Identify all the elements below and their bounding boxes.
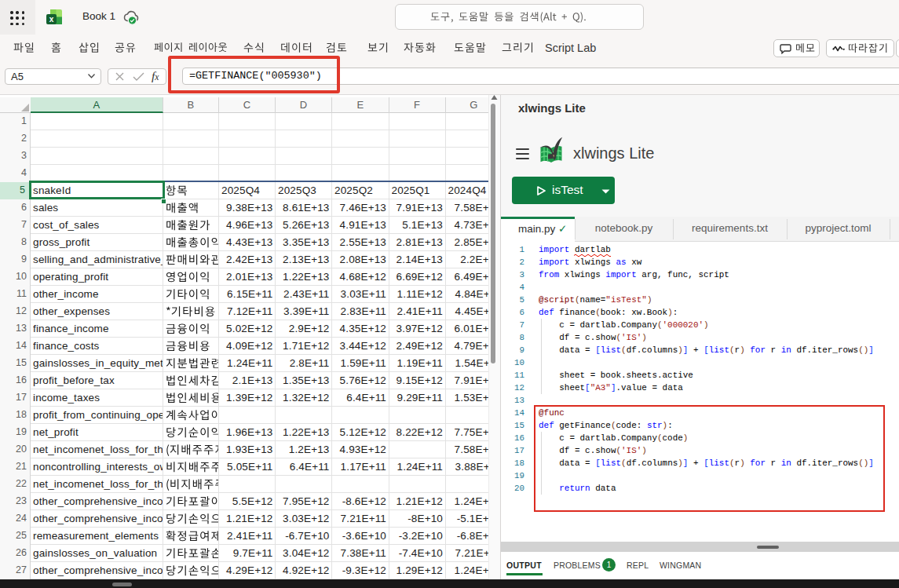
svg-text:x: x [49,15,54,24]
